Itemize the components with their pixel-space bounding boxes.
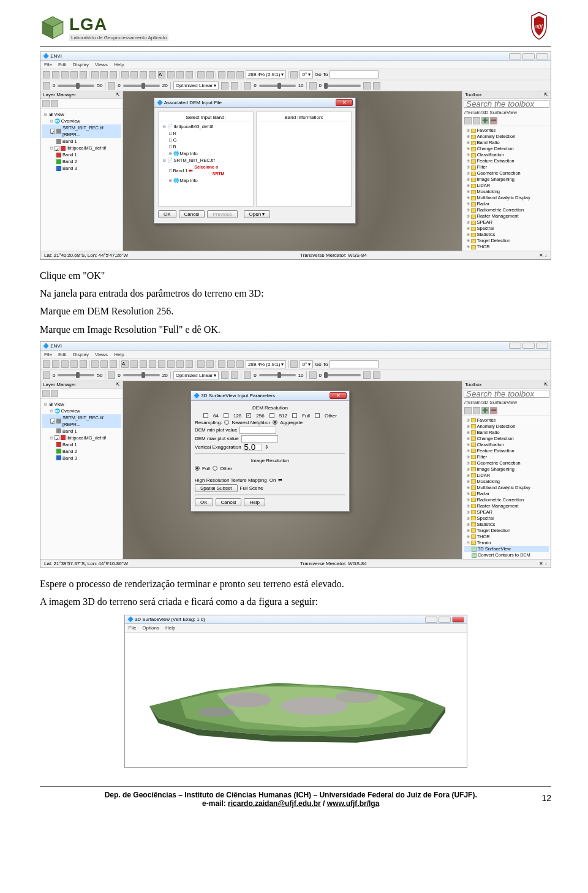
brightness-icon[interactable] bbox=[43, 371, 50, 379]
blend-icon[interactable] bbox=[373, 82, 380, 89]
dlg-map1[interactable]: Map Info bbox=[180, 150, 198, 157]
line-icon[interactable] bbox=[167, 360, 175, 368]
zoom-level[interactable]: 289.4% (2.9:1) ▾ bbox=[246, 360, 286, 368]
change-folder[interactable]: Change Detection bbox=[477, 146, 514, 152]
maximize-button[interactable] bbox=[522, 53, 535, 59]
line-icon[interactable] bbox=[149, 71, 156, 78]
menu-options[interactable]: Options bbox=[142, 625, 159, 631]
ellipse-icon[interactable] bbox=[149, 360, 156, 368]
poly-icon[interactable] bbox=[158, 360, 165, 368]
zoom-in-icon[interactable] bbox=[218, 360, 225, 368]
target-folder[interactable]: Target Detection bbox=[477, 238, 511, 244]
menu-file[interactable]: File bbox=[44, 352, 52, 357]
tree-band1a[interactable]: Band 1 bbox=[62, 138, 77, 145]
open-icon[interactable] bbox=[43, 360, 50, 368]
radar-folder[interactable]: Radar bbox=[477, 201, 489, 207]
minimize-button[interactable] bbox=[509, 53, 521, 59]
vector-icon[interactable] bbox=[91, 71, 99, 78]
portal-icon[interactable] bbox=[363, 371, 371, 379]
menu-display[interactable]: Display bbox=[73, 352, 89, 357]
sharpen-slider[interactable] bbox=[259, 85, 296, 87]
contrast-icon[interactable] bbox=[108, 371, 115, 379]
dlg-map2[interactable]: Map Info bbox=[180, 177, 198, 184]
pan-icon[interactable] bbox=[70, 360, 78, 368]
rotate-icon[interactable] bbox=[290, 360, 298, 368]
dlg-srtm[interactable]: SRTM_IBIT_REC.tif bbox=[174, 157, 215, 164]
collapse-icon[interactable] bbox=[473, 407, 480, 414]
undock-icon[interactable]: ⇱ bbox=[116, 382, 120, 387]
tree-srtm[interactable]: SRTM_IBIT_REC.tif [REPR... bbox=[62, 124, 121, 138]
contrast-icon[interactable] bbox=[108, 82, 115, 89]
vector-icon[interactable] bbox=[91, 360, 99, 368]
picture-icon[interactable] bbox=[186, 360, 193, 368]
menu-help[interactable]: Help bbox=[114, 352, 124, 357]
undock-icon[interactable]: ⇱ bbox=[544, 382, 548, 387]
rotate-value[interactable]: 0° ▾ bbox=[300, 70, 313, 78]
close-button[interactable] bbox=[536, 343, 548, 349]
status-cancel-icon[interactable]: ✕ ↓ bbox=[539, 253, 547, 258]
portal-icon[interactable] bbox=[363, 82, 371, 89]
symbol-icon[interactable] bbox=[176, 71, 184, 78]
contrast-slider[interactable] bbox=[123, 85, 160, 87]
raster-folder[interactable]: Raster Management bbox=[477, 213, 519, 219]
geom-folder[interactable]: Geometric Correction bbox=[477, 170, 521, 177]
menu-display[interactable]: Display bbox=[73, 62, 89, 67]
zoom-out-icon[interactable] bbox=[227, 71, 235, 78]
fly-icon[interactable] bbox=[80, 360, 87, 368]
toolbox-search[interactable] bbox=[464, 100, 549, 108]
menu-help[interactable]: Help bbox=[114, 62, 124, 67]
dlg-r[interactable]: R bbox=[173, 130, 176, 137]
status-cancel-icon[interactable]: ✕ ↓ bbox=[539, 561, 547, 566]
brightness-slider[interactable] bbox=[58, 85, 94, 87]
tree-overview[interactable]: Overview bbox=[61, 118, 80, 124]
stretch-dropdown[interactable]: Optimized Linear ▾ bbox=[173, 82, 219, 89]
zoom-out-icon[interactable] bbox=[227, 360, 235, 368]
menu-file[interactable]: File bbox=[129, 625, 137, 631]
zoom-fit-icon[interactable] bbox=[236, 360, 244, 368]
menu-help[interactable]: Help bbox=[165, 625, 175, 631]
sharpen-icon[interactable] bbox=[244, 371, 251, 379]
bandratio-folder[interactable]: Band Ratio bbox=[477, 140, 500, 146]
dlg-g[interactable]: G bbox=[173, 137, 177, 143]
open-icon[interactable] bbox=[43, 71, 50, 78]
dlg-band1[interactable]: Band 1 bbox=[173, 167, 188, 174]
rotate-icon[interactable] bbox=[290, 71, 298, 78]
pan-icon[interactable] bbox=[70, 71, 78, 78]
tree-band3[interactable]: Band 3 bbox=[62, 165, 77, 172]
map-view[interactable]: 🔷 Associated DEM Input File ✕ Select Inp… bbox=[123, 91, 462, 251]
tree-ibit[interactable]: IbitipocaIMG_def.tif bbox=[67, 145, 107, 151]
north-icon[interactable] bbox=[206, 71, 214, 78]
featext-folder[interactable]: Feature Extraction bbox=[477, 158, 514, 164]
zoom-fit-icon[interactable] bbox=[236, 71, 244, 78]
arrow-icon[interactable] bbox=[167, 71, 175, 78]
cancel-button[interactable]: Cancel bbox=[216, 498, 242, 506]
folder-icon[interactable] bbox=[51, 100, 58, 107]
tree-view[interactable]: View bbox=[55, 111, 64, 118]
filter-folder[interactable]: Filter bbox=[477, 164, 488, 170]
imgsharp-folder[interactable]: Image Sharpening bbox=[477, 177, 514, 183]
menu-file[interactable]: File bbox=[44, 62, 52, 67]
class-folder[interactable]: Classification bbox=[477, 152, 504, 158]
dem-max-input[interactable] bbox=[241, 435, 278, 443]
radio-full[interactable] bbox=[195, 466, 200, 471]
thor-folder[interactable]: THOR bbox=[477, 244, 490, 250]
spatial-subset-button[interactable]: Spatial Subset bbox=[195, 484, 238, 492]
select-icon[interactable] bbox=[61, 360, 69, 368]
minimize-button[interactable] bbox=[509, 343, 521, 349]
layer-icon[interactable] bbox=[42, 390, 50, 397]
collapse-icon[interactable] bbox=[473, 117, 480, 124]
save-icon[interactable] bbox=[52, 71, 59, 78]
minimize-button[interactable] bbox=[425, 617, 437, 623]
poly-icon[interactable] bbox=[140, 71, 147, 78]
vexag-input[interactable] bbox=[244, 444, 262, 451]
ellipse-icon[interactable] bbox=[130, 71, 138, 78]
cancel-button[interactable]: Cancel bbox=[179, 210, 205, 218]
symbol-icon[interactable] bbox=[176, 360, 184, 368]
folder-icon[interactable] bbox=[51, 390, 58, 397]
spear-folder[interactable]: SPEAR bbox=[477, 219, 492, 226]
close-button[interactable] bbox=[452, 617, 464, 623]
radio-agg[interactable] bbox=[273, 420, 277, 425]
maximize-button[interactable] bbox=[439, 617, 451, 623]
undock-icon[interactable]: ⇱ bbox=[116, 92, 120, 97]
chk-512[interactable] bbox=[270, 413, 274, 418]
